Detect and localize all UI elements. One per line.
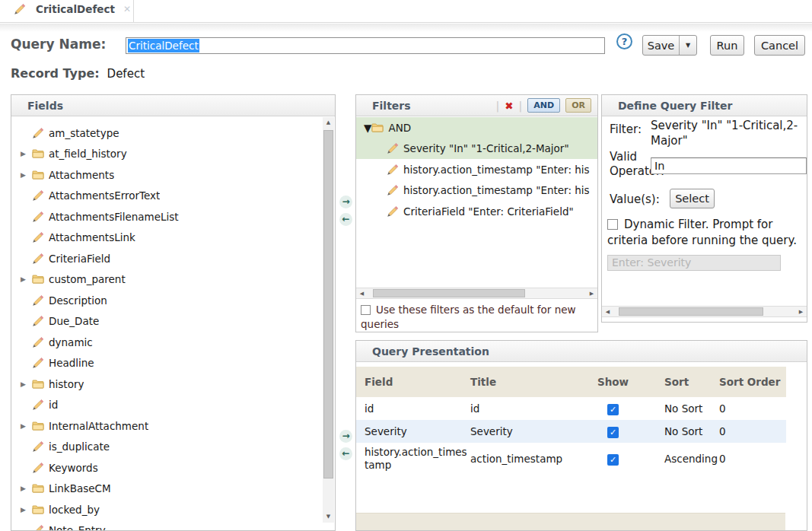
- filters-panel-header: Filters | ✖ | AND OR: [356, 95, 597, 116]
- dynamic-filter-label: Dynamic Filter. Prompt for criteria befo…: [607, 218, 797, 247]
- scroll-right-icon[interactable]: ▶: [795, 307, 807, 318]
- chevron-down-icon[interactable]: ▼: [680, 42, 696, 49]
- field-item-LinkBaseCM[interactable]: ▶LinkBaseCM: [11, 479, 323, 500]
- field-item-locked_by[interactable]: ▶locked_by: [11, 499, 323, 520]
- expand-icon[interactable]: ▶: [21, 506, 32, 514]
- move-right-button[interactable]: →: [339, 196, 352, 208]
- expand-icon[interactable]: ▶: [21, 171, 32, 179]
- field-item-Description[interactable]: Description: [11, 290, 323, 311]
- cell-sort-order[interactable]: 0: [710, 402, 786, 415]
- and-button[interactable]: AND: [527, 98, 560, 113]
- presentation-row-Severity[interactable]: SeveritySeverity✓No Sort0: [356, 420, 786, 443]
- field-item-Headline[interactable]: Headline: [11, 353, 323, 374]
- field-item-dynamic[interactable]: dynamic: [11, 332, 323, 353]
- filter-item[interactable]: Severity "In" "1-Critical,2-Major": [356, 138, 597, 160]
- filter-item[interactable]: ▼AND: [356, 117, 597, 138]
- field-label: at_field_history: [49, 148, 127, 160]
- expand-icon[interactable]: ▶: [21, 380, 32, 388]
- field-label: CriteriaField: [49, 253, 110, 265]
- run-button[interactable]: Run: [710, 35, 744, 56]
- move-left-button[interactable]: ←: [339, 213, 352, 226]
- help-icon[interactable]: ?: [616, 33, 632, 49]
- fields-panel-header: Fields: [11, 95, 335, 116]
- column-header-title: Title: [470, 376, 588, 388]
- scroll-up-icon[interactable]: ▲: [323, 117, 334, 129]
- remove-column-button[interactable]: ←: [339, 447, 352, 460]
- fields-scrollbar[interactable]: ▲ ▼: [323, 117, 334, 523]
- default-filters-option: Use these filters as the default for new…: [361, 303, 594, 332]
- pencil-icon: [387, 184, 399, 196]
- scroll-left-icon[interactable]: ◀: [356, 288, 368, 300]
- field-item-AttachmentsFilenameList[interactable]: AttachmentsFilenameList: [11, 206, 323, 227]
- scroll-right-icon[interactable]: ▶: [586, 288, 597, 300]
- field-item-Note_Entry[interactable]: Note_Entry: [11, 520, 323, 531]
- toolbar-separator: |: [519, 100, 523, 112]
- field-item-id[interactable]: id: [11, 395, 323, 416]
- field-item-AttachmentsErrorText[interactable]: AttachmentsErrorText: [11, 186, 323, 207]
- pencil-icon: [32, 211, 44, 223]
- field-label: AttachmentsLink: [49, 231, 135, 243]
- valid-operator-input[interactable]: In: [651, 157, 807, 174]
- save-split-button[interactable]: Save ▼: [642, 35, 697, 56]
- expand-icon[interactable]: ▶: [21, 150, 32, 157]
- field-item-is_duplicate[interactable]: is_duplicate: [11, 437, 323, 458]
- scrollbar-thumb[interactable]: [323, 130, 333, 479]
- pencil-icon: [32, 294, 44, 307]
- filter-item[interactable]: history.action_timestamp "Enter: his: [356, 159, 597, 180]
- default-filters-checkbox[interactable]: [361, 305, 371, 315]
- close-icon[interactable]: ✕: [123, 4, 131, 14]
- field-item-Keywords[interactable]: Keywords: [11, 457, 323, 479]
- presentation-table: Field Title Show Sort Sort Order idid✓No…: [356, 367, 786, 475]
- define-filter-horizontal-scrollbar[interactable]: ◀ ▶: [602, 306, 807, 317]
- cell-sort-order[interactable]: 0: [710, 453, 786, 465]
- field-item-Due_Date[interactable]: Due_Date: [11, 311, 323, 332]
- field-item-Attachments[interactable]: ▶Attachments: [11, 164, 323, 186]
- add-column-button[interactable]: →: [339, 430, 352, 443]
- expand-icon[interactable]: ▶: [21, 485, 32, 492]
- or-button[interactable]: OR: [565, 98, 591, 113]
- presentation-row-history.action_timestamp[interactable]: history.action_timestampaction_timestamp…: [356, 443, 786, 475]
- column-header-sort-order: Sort Order: [710, 376, 786, 388]
- scrollbar-thumb[interactable]: [373, 289, 525, 297]
- show-checkbox[interactable]: ✓: [607, 427, 619, 438]
- cancel-button[interactable]: Cancel: [754, 35, 805, 56]
- field-item-custom_parent[interactable]: ▶custom_parent: [11, 269, 323, 291]
- scroll-down-icon[interactable]: ▼: [323, 511, 334, 523]
- valid-operator-label: Valid Operator:: [610, 150, 654, 179]
- folder-icon: [32, 504, 44, 516]
- query-name-input[interactable]: CriticalDefect: [126, 37, 605, 54]
- field-item-CriteriaField[interactable]: CriteriaField: [11, 248, 323, 269]
- expand-icon[interactable]: ▶: [21, 422, 32, 430]
- delete-filter-icon[interactable]: ✖: [505, 100, 513, 112]
- show-checkbox[interactable]: ✓: [607, 454, 619, 466]
- toolbar-shade: [0, 24, 812, 32]
- field-item-at_field_history[interactable]: ▶at_field_history: [11, 144, 323, 165]
- selected-text: CriticalDefect: [128, 39, 199, 52]
- scroll-left-icon[interactable]: ◀: [602, 307, 613, 318]
- field-item-AttachmentsLink[interactable]: AttachmentsLink: [11, 227, 323, 249]
- tab-criticaldefect[interactable]: CriticalDefect ✕: [14, 3, 131, 15]
- field-item-InternalAttachment[interactable]: ▶InternalAttachment: [11, 415, 323, 437]
- filters-horizontal-scrollbar[interactable]: ◀ ▶: [356, 288, 597, 299]
- filter-item[interactable]: history.action_timestamp "Enter: his: [356, 180, 597, 202]
- save-button[interactable]: Save: [643, 40, 679, 52]
- folder-icon: [32, 273, 44, 285]
- cell-sort[interactable]: No Sort: [638, 425, 710, 437]
- filters-tree: ▼ANDSeverity "In" "1-Critical,2-Major"hi…: [356, 117, 597, 288]
- scrollbar-thumb[interactable]: [619, 307, 763, 316]
- dynamic-filter-checkbox[interactable]: [607, 219, 618, 230]
- filter-item[interactable]: CriteriaField "Enter: CriteriaField": [356, 201, 597, 222]
- expand-icon[interactable]: ▶: [21, 275, 32, 283]
- cell-sort-order[interactable]: 0: [710, 425, 786, 437]
- field-item-history[interactable]: ▶history: [11, 374, 323, 395]
- presentation-row-id[interactable]: idid✓No Sort0: [356, 397, 786, 420]
- cell-sort[interactable]: No Sort: [638, 402, 710, 415]
- select-values-button[interactable]: Select: [670, 189, 715, 208]
- collapse-icon[interactable]: ▼: [364, 122, 371, 134]
- cell-title: Severity: [470, 425, 588, 437]
- cell-sort[interactable]: Ascending: [638, 453, 710, 465]
- presentation-table-header: Field Title Show Sort Sort Order: [356, 367, 786, 397]
- fields-tree: am_statetype▶at_field_history▶Attachment…: [11, 117, 323, 530]
- show-checkbox[interactable]: ✓: [607, 404, 619, 415]
- field-item-am_statetype[interactable]: am_statetype: [11, 122, 323, 144]
